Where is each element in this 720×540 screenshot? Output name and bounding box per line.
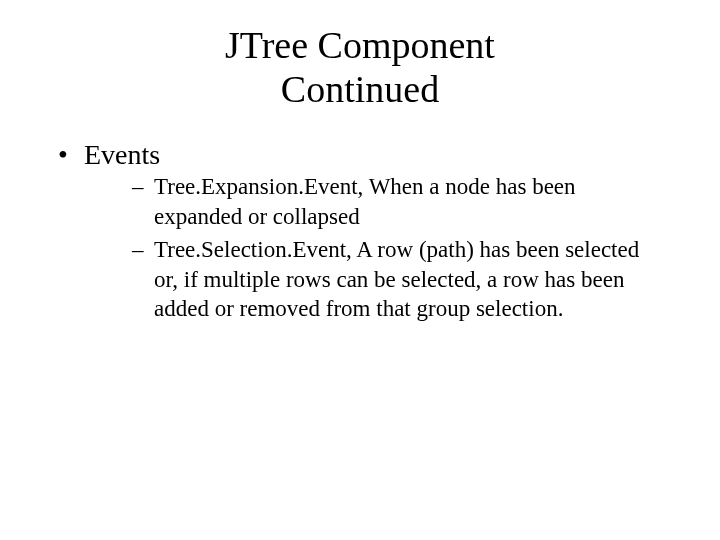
- bullet-list: Events Tree.Expansion.Event, When a node…: [40, 137, 680, 323]
- sub-bullet-expansion-text: Tree.Expansion.Event, When a node has be…: [154, 174, 576, 228]
- title-line-2: Continued: [281, 68, 439, 110]
- sub-bullet-selection: Tree.Selection.Event, A row (path) has b…: [132, 235, 680, 323]
- bullet-events-text: Events: [84, 139, 160, 170]
- slide-title: JTree Component Continued: [40, 24, 680, 111]
- sub-bullet-selection-text: Tree.Selection.Event, A row (path) has b…: [154, 237, 639, 321]
- slide: JTree Component Continued Events Tree.Ex…: [0, 0, 720, 540]
- bullet-events: Events Tree.Expansion.Event, When a node…: [58, 137, 680, 323]
- sub-bullet-expansion: Tree.Expansion.Event, When a node has be…: [132, 172, 680, 231]
- title-line-1: JTree Component: [225, 24, 495, 66]
- sub-bullet-list: Tree.Expansion.Event, When a node has be…: [84, 172, 680, 323]
